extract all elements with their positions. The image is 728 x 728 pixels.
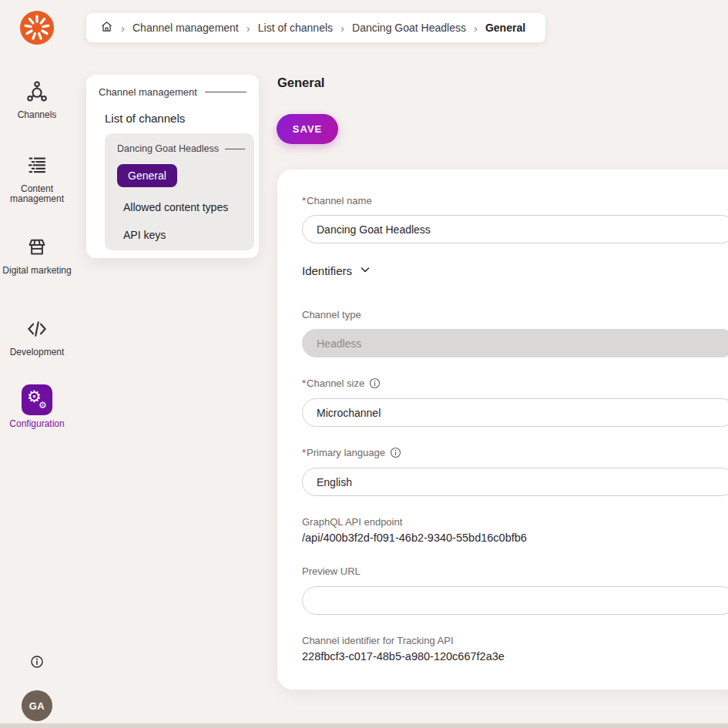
tracking-identifier-value: 228fbcf3-c017-48b5-a980-120c667f2a3e (302, 650, 505, 663)
channel-type-label: Channel type (302, 309, 361, 320)
required-marker: * (302, 447, 306, 458)
channel-menu-item-allowed-content-types[interactable]: Allowed content types (123, 201, 228, 213)
sidebar-item-configuration[interactable]: ⚙ ⚙ Configuration (0, 384, 74, 429)
subnav-header: Channel management (86, 75, 259, 98)
primary-language-label: *Primary language (302, 447, 401, 458)
preview-url-label: Preview URL (302, 565, 361, 577)
sidebar-item-label: Digital marketing (0, 266, 74, 276)
channel-menu-item-api-keys[interactable]: API keys (123, 229, 166, 241)
channel-card: Dancing Goat Headless General Allowed co… (105, 133, 254, 250)
channel-name-label: *Channel name (302, 195, 372, 206)
chevron-down-icon (360, 264, 371, 277)
development-icon (25, 317, 49, 341)
subnav-panel: Channel management List of channels Danc… (86, 75, 259, 258)
required-marker: * (302, 377, 306, 389)
content-management-icon (25, 154, 49, 177)
decorative-line (225, 149, 245, 149)
sidebar-item-digital-marketing[interactable]: Digital marketing (0, 236, 74, 276)
info-icon[interactable] (30, 655, 44, 672)
info-icon[interactable] (390, 447, 401, 458)
breadcrumb-separator: › (473, 22, 478, 35)
channel-name-input[interactable] (302, 215, 728, 243)
home-icon[interactable] (100, 20, 113, 35)
breadcrumb-item-general[interactable]: General (485, 22, 525, 34)
app-root: › Channel management › List of channels … (0, 0, 728, 728)
breadcrumb-separator: › (340, 22, 345, 35)
sidebar-item-content-management[interactable]: Content management (0, 154, 74, 204)
bottom-edge-strip (0, 723, 728, 728)
preview-url-input[interactable] (302, 586, 728, 615)
user-avatar[interactable]: GA (22, 690, 52, 721)
channel-menu-item-general[interactable]: General (117, 164, 177, 187)
breadcrumb-item-channel-management[interactable]: Channel management (133, 22, 239, 34)
channel-size-label: *Channel size (302, 377, 381, 389)
digital-marketing-icon (25, 236, 49, 259)
sidebar-item-label: Channels (0, 110, 74, 120)
identifiers-section-toggle[interactable]: Identifiers (302, 264, 371, 277)
page-title: General (277, 75, 324, 90)
save-button[interactable]: SAVE (277, 114, 338, 144)
required-marker: * (302, 195, 306, 206)
decorative-line (205, 92, 247, 92)
info-icon[interactable] (369, 377, 381, 389)
channels-icon (25, 80, 49, 103)
sidebar-item-label: Development (0, 347, 74, 357)
general-settings-form: *Channel name Identifiers Channel type *… (277, 169, 728, 689)
sidebar-item-channels[interactable]: Channels (0, 80, 74, 120)
subnav-title: Channel management (99, 86, 197, 98)
subnav-item-list-of-channels[interactable]: List of channels (105, 112, 259, 125)
breadcrumb: › Channel management › List of channels … (86, 13, 545, 42)
configuration-gears-icon: ⚙ ⚙ (22, 384, 52, 415)
primary-language-select[interactable] (302, 468, 728, 496)
sidebar-item-label: Content management (0, 184, 74, 204)
breadcrumb-separator: › (120, 22, 126, 35)
channel-size-select[interactable] (302, 398, 728, 427)
tracking-identifier-label: Channel identifier for Tracking API (302, 635, 454, 646)
kentico-logo-icon[interactable] (20, 11, 54, 45)
identifiers-label: Identifiers (302, 264, 352, 277)
graphql-endpoint-label: GraphQL API endpoint (302, 516, 402, 528)
graphql-endpoint-value: /api/400b3f2d-f091-46b2-9340-55bd16c0bfb… (302, 532, 527, 544)
sidebar-item-development[interactable]: Development (0, 317, 74, 357)
flower-icon (20, 11, 54, 45)
sidebar-item-label: Configuration (0, 419, 74, 429)
breadcrumb-item-list-of-channels[interactable]: List of channels (258, 22, 333, 34)
channel-type-input (302, 329, 728, 357)
channel-card-header: Dancing Goat Headless (105, 133, 254, 154)
channel-card-title: Dancing Goat Headless (117, 143, 219, 154)
breadcrumb-item-channel[interactable]: Dancing Goat Headless (352, 22, 466, 34)
breadcrumb-separator: › (246, 22, 251, 35)
